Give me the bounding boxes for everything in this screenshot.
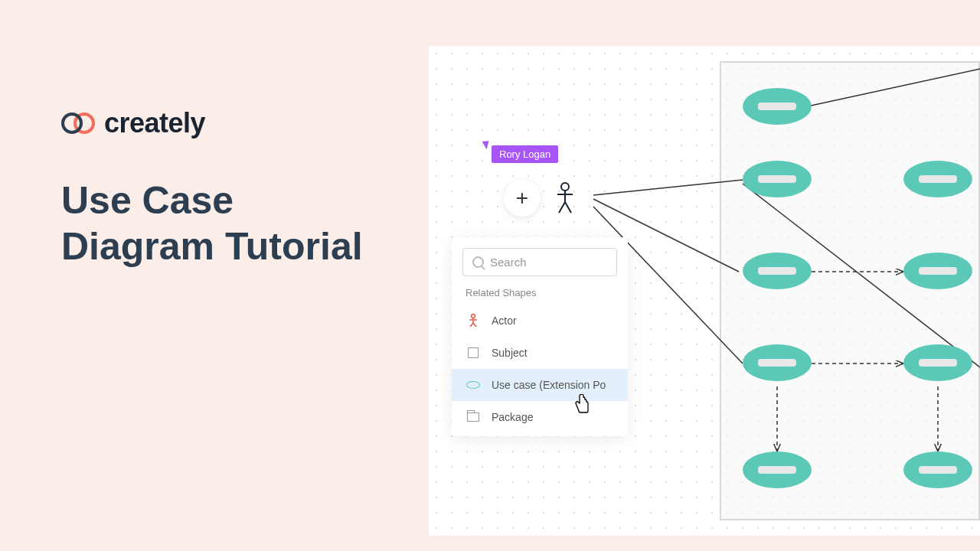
use-case-node[interactable] <box>743 452 812 488</box>
title-line-1: Use Case <box>61 178 363 223</box>
use-case-node[interactable] <box>903 253 972 289</box>
actor-icon[interactable] <box>556 182 574 214</box>
svg-line-13 <box>565 202 571 213</box>
shape-item-subject[interactable]: Subject <box>452 337 628 369</box>
shape-picker-panel: Search Related Shapes Actor Subject Use … <box>452 237 628 436</box>
search-icon <box>472 256 484 268</box>
svg-point-14 <box>472 315 475 318</box>
use-case-node[interactable] <box>743 344 812 381</box>
shape-item-label: Actor <box>492 315 517 327</box>
search-placeholder: Search <box>490 256 527 269</box>
title-line-2: Diagram Tutorial <box>61 223 363 269</box>
svg-point-9 <box>561 183 569 191</box>
use-case-node[interactable] <box>743 253 812 289</box>
page-title: Use Case Diagram Tutorial <box>61 178 363 269</box>
hero-text-block: creately Use Case Diagram Tutorial <box>61 107 363 269</box>
shape-item-usecase[interactable]: Use case (Extension Po <box>452 369 628 401</box>
quick-add-row: + <box>504 180 574 217</box>
use-case-node[interactable] <box>743 88 812 125</box>
diagram-canvas[interactable]: Rory Logan + Search Related Shapes Actor… <box>429 46 980 536</box>
panel-section-title: Related Shapes <box>452 287 628 305</box>
shape-item-label: Subject <box>492 347 528 359</box>
svg-line-17 <box>470 323 473 327</box>
package-icon <box>466 411 481 423</box>
brand-logo: creately <box>61 107 363 139</box>
use-case-node[interactable] <box>903 452 972 488</box>
shape-item-package[interactable]: Package <box>452 401 628 433</box>
add-shape-button[interactable]: + <box>504 180 541 217</box>
usecase-icon <box>466 379 481 391</box>
brand-name: creately <box>104 107 205 139</box>
shape-item-label: Package <box>492 411 533 423</box>
search-input[interactable]: Search <box>462 248 617 276</box>
collaborator-tag: Rory Logan <box>492 145 558 163</box>
subject-icon <box>466 347 481 359</box>
logo-mark-icon <box>61 112 95 134</box>
actor-icon <box>466 315 481 327</box>
shape-item-label: Use case (Extension Po <box>492 379 606 391</box>
use-case-node[interactable] <box>903 344 972 381</box>
svg-line-18 <box>473 323 476 327</box>
shape-item-actor[interactable]: Actor <box>452 305 628 337</box>
use-case-node[interactable] <box>903 161 972 197</box>
use-case-node[interactable] <box>743 161 812 197</box>
svg-line-12 <box>559 202 565 213</box>
